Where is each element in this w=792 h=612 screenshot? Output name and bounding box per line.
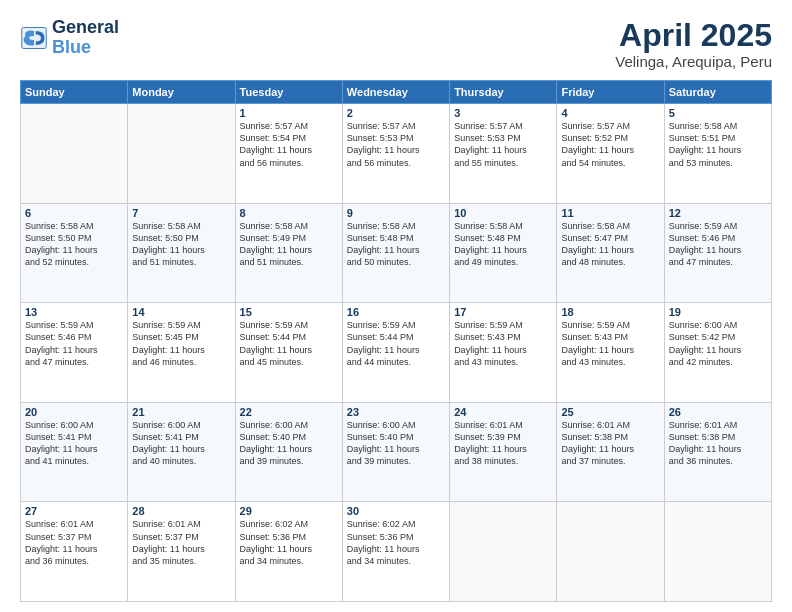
table-row — [128, 104, 235, 204]
day-info: Sunrise: 6:00 AM Sunset: 5:40 PM Dayligh… — [347, 419, 445, 468]
table-row: 20Sunrise: 6:00 AM Sunset: 5:41 PM Dayli… — [21, 402, 128, 502]
table-row: 10Sunrise: 5:58 AM Sunset: 5:48 PM Dayli… — [450, 203, 557, 303]
day-number: 26 — [669, 406, 767, 418]
day-info: Sunrise: 5:59 AM Sunset: 5:44 PM Dayligh… — [240, 319, 338, 368]
calendar-week-row: 20Sunrise: 6:00 AM Sunset: 5:41 PM Dayli… — [21, 402, 772, 502]
table-row: 17Sunrise: 5:59 AM Sunset: 5:43 PM Dayli… — [450, 303, 557, 403]
table-row: 14Sunrise: 5:59 AM Sunset: 5:45 PM Dayli… — [128, 303, 235, 403]
day-info: Sunrise: 5:58 AM Sunset: 5:48 PM Dayligh… — [347, 220, 445, 269]
day-number: 25 — [561, 406, 659, 418]
table-row: 18Sunrise: 5:59 AM Sunset: 5:43 PM Dayli… — [557, 303, 664, 403]
day-info: Sunrise: 5:58 AM Sunset: 5:47 PM Dayligh… — [561, 220, 659, 269]
table-row: 25Sunrise: 6:01 AM Sunset: 5:38 PM Dayli… — [557, 402, 664, 502]
day-number: 5 — [669, 107, 767, 119]
table-row: 26Sunrise: 6:01 AM Sunset: 5:38 PM Dayli… — [664, 402, 771, 502]
header: General Blue April 2025 Velinga, Arequip… — [20, 18, 772, 70]
day-info: Sunrise: 5:57 AM Sunset: 5:54 PM Dayligh… — [240, 120, 338, 169]
calendar-week-row: 1Sunrise: 5:57 AM Sunset: 5:54 PM Daylig… — [21, 104, 772, 204]
day-number: 16 — [347, 306, 445, 318]
day-number: 10 — [454, 207, 552, 219]
day-number: 23 — [347, 406, 445, 418]
logo: General Blue — [20, 18, 119, 58]
day-info: Sunrise: 5:59 AM Sunset: 5:43 PM Dayligh… — [561, 319, 659, 368]
table-row — [664, 502, 771, 602]
day-info: Sunrise: 6:00 AM Sunset: 5:41 PM Dayligh… — [25, 419, 123, 468]
day-number: 19 — [669, 306, 767, 318]
table-row: 4Sunrise: 5:57 AM Sunset: 5:52 PM Daylig… — [557, 104, 664, 204]
day-info: Sunrise: 5:59 AM Sunset: 5:46 PM Dayligh… — [25, 319, 123, 368]
table-row: 2Sunrise: 5:57 AM Sunset: 5:53 PM Daylig… — [342, 104, 449, 204]
table-row: 11Sunrise: 5:58 AM Sunset: 5:47 PM Dayli… — [557, 203, 664, 303]
calendar-header-row: Sunday Monday Tuesday Wednesday Thursday… — [21, 81, 772, 104]
day-number: 8 — [240, 207, 338, 219]
day-number: 6 — [25, 207, 123, 219]
table-row — [557, 502, 664, 602]
header-thursday: Thursday — [450, 81, 557, 104]
day-info: Sunrise: 6:01 AM Sunset: 5:38 PM Dayligh… — [561, 419, 659, 468]
day-number: 29 — [240, 505, 338, 517]
day-info: Sunrise: 6:02 AM Sunset: 5:36 PM Dayligh… — [347, 518, 445, 567]
table-row: 19Sunrise: 6:00 AM Sunset: 5:42 PM Dayli… — [664, 303, 771, 403]
day-info: Sunrise: 5:57 AM Sunset: 5:52 PM Dayligh… — [561, 120, 659, 169]
day-info: Sunrise: 6:01 AM Sunset: 5:38 PM Dayligh… — [669, 419, 767, 468]
table-row: 5Sunrise: 5:58 AM Sunset: 5:51 PM Daylig… — [664, 104, 771, 204]
table-row: 28Sunrise: 6:01 AM Sunset: 5:37 PM Dayli… — [128, 502, 235, 602]
table-row: 15Sunrise: 5:59 AM Sunset: 5:44 PM Dayli… — [235, 303, 342, 403]
table-row: 30Sunrise: 6:02 AM Sunset: 5:36 PM Dayli… — [342, 502, 449, 602]
day-number: 12 — [669, 207, 767, 219]
table-row: 6Sunrise: 5:58 AM Sunset: 5:50 PM Daylig… — [21, 203, 128, 303]
table-row: 9Sunrise: 5:58 AM Sunset: 5:48 PM Daylig… — [342, 203, 449, 303]
day-info: Sunrise: 5:59 AM Sunset: 5:43 PM Dayligh… — [454, 319, 552, 368]
calendar-table: Sunday Monday Tuesday Wednesday Thursday… — [20, 80, 772, 602]
calendar-title: April 2025 — [615, 18, 772, 53]
table-row: 12Sunrise: 5:59 AM Sunset: 5:46 PM Dayli… — [664, 203, 771, 303]
table-row: 16Sunrise: 5:59 AM Sunset: 5:44 PM Dayli… — [342, 303, 449, 403]
day-info: Sunrise: 6:01 AM Sunset: 5:37 PM Dayligh… — [25, 518, 123, 567]
day-info: Sunrise: 6:01 AM Sunset: 5:39 PM Dayligh… — [454, 419, 552, 468]
day-info: Sunrise: 5:59 AM Sunset: 5:45 PM Dayligh… — [132, 319, 230, 368]
table-row: 24Sunrise: 6:01 AM Sunset: 5:39 PM Dayli… — [450, 402, 557, 502]
day-number: 28 — [132, 505, 230, 517]
day-number: 17 — [454, 306, 552, 318]
day-number: 14 — [132, 306, 230, 318]
title-block: April 2025 Velinga, Arequipa, Peru — [615, 18, 772, 70]
logo-text: General Blue — [52, 18, 119, 58]
header-friday: Friday — [557, 81, 664, 104]
day-number: 4 — [561, 107, 659, 119]
day-number: 7 — [132, 207, 230, 219]
day-info: Sunrise: 5:58 AM Sunset: 5:51 PM Dayligh… — [669, 120, 767, 169]
header-wednesday: Wednesday — [342, 81, 449, 104]
day-number: 21 — [132, 406, 230, 418]
day-info: Sunrise: 5:57 AM Sunset: 5:53 PM Dayligh… — [347, 120, 445, 169]
calendar-week-row: 6Sunrise: 5:58 AM Sunset: 5:50 PM Daylig… — [21, 203, 772, 303]
table-row: 7Sunrise: 5:58 AM Sunset: 5:50 PM Daylig… — [128, 203, 235, 303]
day-number: 1 — [240, 107, 338, 119]
day-info: Sunrise: 5:58 AM Sunset: 5:50 PM Dayligh… — [25, 220, 123, 269]
day-number: 11 — [561, 207, 659, 219]
logo-icon — [20, 24, 48, 52]
page: General Blue April 2025 Velinga, Arequip… — [0, 0, 792, 612]
day-info: Sunrise: 6:00 AM Sunset: 5:41 PM Dayligh… — [132, 419, 230, 468]
day-number: 18 — [561, 306, 659, 318]
day-number: 9 — [347, 207, 445, 219]
day-info: Sunrise: 5:59 AM Sunset: 5:46 PM Dayligh… — [669, 220, 767, 269]
table-row: 3Sunrise: 5:57 AM Sunset: 5:53 PM Daylig… — [450, 104, 557, 204]
header-sunday: Sunday — [21, 81, 128, 104]
calendar-subtitle: Velinga, Arequipa, Peru — [615, 53, 772, 70]
day-number: 13 — [25, 306, 123, 318]
table-row: 27Sunrise: 6:01 AM Sunset: 5:37 PM Dayli… — [21, 502, 128, 602]
day-info: Sunrise: 5:58 AM Sunset: 5:48 PM Dayligh… — [454, 220, 552, 269]
table-row — [21, 104, 128, 204]
day-number: 27 — [25, 505, 123, 517]
table-row: 23Sunrise: 6:00 AM Sunset: 5:40 PM Dayli… — [342, 402, 449, 502]
day-info: Sunrise: 6:02 AM Sunset: 5:36 PM Dayligh… — [240, 518, 338, 567]
day-number: 20 — [25, 406, 123, 418]
day-number: 2 — [347, 107, 445, 119]
day-info: Sunrise: 5:58 AM Sunset: 5:50 PM Dayligh… — [132, 220, 230, 269]
day-info: Sunrise: 6:00 AM Sunset: 5:42 PM Dayligh… — [669, 319, 767, 368]
day-info: Sunrise: 5:58 AM Sunset: 5:49 PM Dayligh… — [240, 220, 338, 269]
table-row: 29Sunrise: 6:02 AM Sunset: 5:36 PM Dayli… — [235, 502, 342, 602]
day-number: 15 — [240, 306, 338, 318]
header-saturday: Saturday — [664, 81, 771, 104]
header-monday: Monday — [128, 81, 235, 104]
